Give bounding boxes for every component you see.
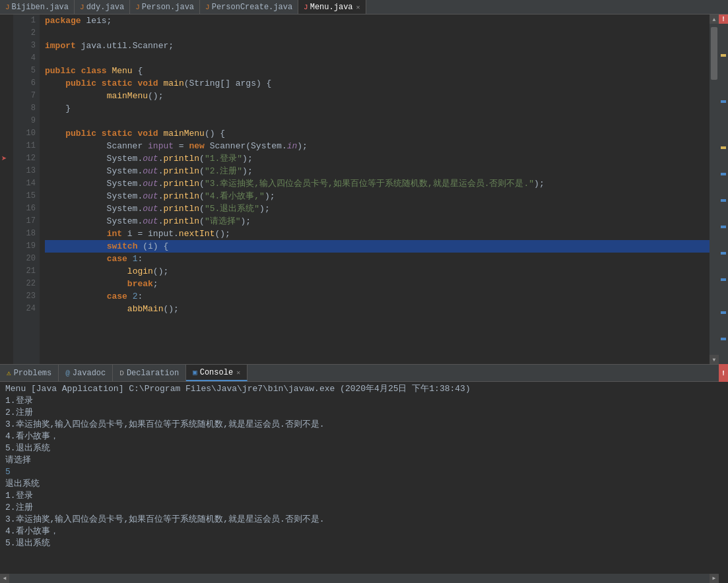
code-line-13: System.out.println("2.注册"); (45, 165, 710, 177)
line-num-12: 12 (13, 152, 36, 165)
line-num-7: 7 (13, 90, 36, 102)
console-line-13: 5.退出系统 (5, 537, 723, 549)
line-num-19: 19 (13, 240, 36, 253)
tab-declaration[interactable]: D Declaration (113, 365, 186, 381)
code-line-2 (45, 27, 710, 40)
warning-marker-1 (721, 54, 726, 57)
line-num-14: 14 (13, 177, 36, 190)
code-line-8: } (45, 102, 710, 115)
declaration-icon: D (119, 369, 124, 377)
code-line-3: import java.util.Scanner; (45, 40, 710, 52)
tab-menu[interactable]: J Menu.java ✕ (298, 0, 366, 14)
tab-close-button[interactable]: ✕ (356, 3, 360, 11)
console-line-3: 3.幸运抽奖,输入四位会员卡号,如果百位等于系统随机数,就是星运会员.否则不是. (5, 419, 723, 431)
console-user-input: 5 (5, 466, 723, 478)
execution-arrow: ➤ (1, 153, 7, 164)
line-num-6: 6▼ (13, 77, 36, 90)
horizontal-scrollbar[interactable]: ◀ ▶ (0, 574, 719, 583)
javadoc-label: Javadoc (73, 369, 106, 378)
line-num-16: 16 (13, 202, 36, 215)
error-indicator: ! (719, 15, 728, 24)
scrollbar-track[interactable] (710, 24, 719, 355)
tab-bijiben[interactable]: J Bijiben.java (0, 0, 75, 14)
info-marker-3 (721, 199, 726, 202)
tab-problems[interactable]: ⚠ Problems (0, 365, 59, 381)
info-marker-7 (721, 311, 726, 314)
line-num-24: 24 (13, 303, 36, 315)
console-line-2: 2.注册 (5, 407, 723, 419)
tab-label: Menu.java (310, 3, 353, 12)
java-icon: J (80, 3, 84, 11)
code-line-22: break; (45, 278, 710, 290)
code-line-24: abbMain(); (45, 303, 710, 315)
warning-marker-2 (721, 146, 726, 149)
scrollbar-thumb[interactable] (711, 27, 717, 80)
code-line-12: System.out.println("1.登录"); (45, 152, 710, 165)
line-num-5: 5 (13, 65, 36, 77)
scroll-up-button[interactable]: ▲ (710, 15, 719, 24)
line-num-23: 23 (13, 290, 36, 303)
javadoc-icon: @ (65, 369, 70, 377)
console-close-button[interactable]: ✕ (236, 369, 240, 377)
code-line-18: int i = input.nextInt(); (45, 228, 710, 240)
code-editor[interactable]: package leis; import java.util.Scanner; … (40, 15, 710, 364)
java-error-icon: J (304, 3, 308, 11)
code-line-16: System.out.println("5.退出系统"); (45, 202, 710, 215)
console-line-8: 退出系统 (5, 478, 723, 490)
console-line-1: 1.登录 (5, 395, 723, 407)
left-indicators: ➤ (0, 15, 13, 364)
line-num-17: 17 (13, 215, 36, 228)
console-line-6: 请选择 (5, 454, 723, 466)
bottom-tab-bar: ⚠ Problems @ Javadoc D Declaration ▣ Con… (0, 364, 728, 382)
info-marker-1 (721, 100, 726, 103)
line-numbers: 1 2 3 4 5 6▼ 7 8 9 10▼ 11 12 13 14 15 16… (13, 15, 40, 364)
java-icon: J (205, 3, 210, 11)
info-marker-4 (721, 226, 726, 228)
info-marker-5 (721, 252, 726, 255)
console-line-5: 5.退出系统 (5, 443, 723, 454)
console-icon: ▣ (193, 368, 197, 377)
code-line-23: case 2: (45, 290, 710, 303)
scroll-down-button[interactable]: ▼ (710, 355, 719, 364)
console-line-10: 2.注册 (5, 502, 723, 514)
console-line-11: 3.幸运抽奖,输入四位会员卡号,如果百位等于系统随机数,就是星运会员.否则不是. (5, 514, 723, 526)
tab-bar: J Bijiben.java J ddy.java J Person.java … (0, 0, 728, 15)
code-line-15: System.out.println("4.看小故事,"); (45, 190, 710, 202)
code-line-9 (45, 115, 710, 127)
code-line-4 (45, 52, 710, 65)
info-marker-6 (721, 278, 726, 281)
console-line-4: 4.看小故事， (5, 431, 723, 443)
scroll-right-button[interactable]: ▶ (710, 574, 719, 583)
tab-person[interactable]: J Person.java (130, 0, 200, 14)
code-line-1: package leis; (45, 15, 710, 27)
tab-label: PersonCreate.java (212, 3, 292, 12)
code-line-10: public static void mainMenu() { (45, 127, 710, 140)
tab-ddy[interactable]: J ddy.java (75, 0, 130, 14)
console-error-indicator: ! (719, 364, 728, 382)
tab-personcreate[interactable]: J PersonCreate.java (200, 0, 298, 14)
line-num-8: 8 (13, 102, 36, 115)
declaration-label: Declaration (127, 369, 179, 378)
code-line-17: System.out.println("请选择"); (45, 215, 710, 228)
code-line-5: public class Menu { (45, 65, 710, 77)
line-num-22: 22 (13, 278, 36, 290)
vertical-scrollbar[interactable]: ▲ ▼ (710, 15, 719, 364)
console-label: Console (200, 368, 233, 377)
line-num-21: 21 (13, 265, 36, 278)
console-line-9: 1.登录 (5, 490, 723, 502)
h-scrollbar-track[interactable] (9, 574, 710, 583)
code-line-21: login(); (45, 265, 710, 278)
tab-label: ddy.java (86, 3, 125, 12)
console-output: Menu [Java Application] C:\Program Files… (0, 382, 728, 583)
code-line-6: public static void main(String[] args) { (45, 77, 710, 90)
line-num-3: 3 (13, 40, 36, 52)
line-num-15: 15 (13, 190, 36, 202)
tab-console[interactable]: ▣ Console ✕ (186, 365, 248, 381)
scroll-left-button[interactable]: ◀ (0, 574, 9, 583)
tab-javadoc[interactable]: @ Javadoc (59, 365, 113, 381)
code-line-11: Scanner input = new Scanner(System.in); (45, 140, 710, 152)
console-app-header: Menu [Java Application] C:\Program Files… (5, 383, 723, 395)
console-line-12: 4.看小故事， (5, 526, 723, 537)
problems-label: Problems (14, 369, 52, 378)
code-line-20: case 1: (45, 253, 710, 265)
